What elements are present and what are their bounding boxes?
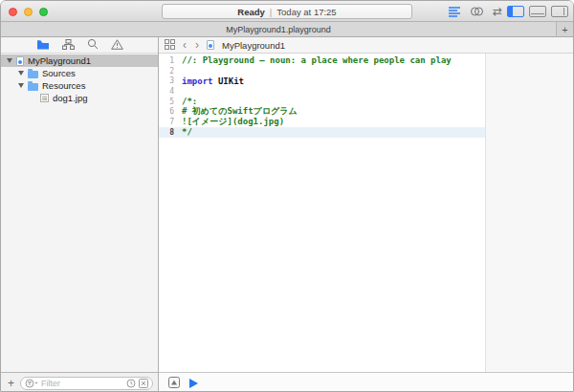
related-items-icon[interactable] (165, 39, 175, 52)
code-editor[interactable]: 1//: Playground — noun: a place where pe… (159, 54, 485, 372)
line-number: 6 (159, 107, 174, 116)
tab-bar: MyPlayground1.playground + (1, 22, 573, 37)
line-number: 8 (159, 128, 174, 137)
code-line[interactable]: 1//: Playground — noun: a place where pe… (159, 55, 485, 66)
tab-myplayground[interactable]: MyPlayground1.playground (1, 22, 557, 36)
code-text: */ (174, 127, 192, 137)
tree-item-label: Sources (42, 68, 76, 78)
tree-item-myplayground1[interactable]: MyPlayground1 (1, 54, 158, 67)
status-text: Ready (237, 7, 265, 17)
line-number: 2 (159, 67, 174, 76)
tree-item-resources[interactable]: Resources (1, 79, 158, 92)
run-playground-button[interactable] (189, 379, 198, 388)
navigator-bar (1, 37, 158, 54)
forward-chevron-icon[interactable]: › (194, 40, 200, 50)
filter-field[interactable]: Filter (20, 377, 153, 390)
zoom-window-button[interactable] (39, 8, 48, 16)
disclosure-triangle[interactable] (18, 71, 24, 76)
xcode-window: Ready | Today at 17:25 ⇄ MyPlaygroun (0, 0, 574, 392)
main-content: MyPlayground1SourcesResourcesdog1.jpg ‹ … (1, 37, 573, 372)
tree-item-label: MyPlayground1 (28, 55, 91, 66)
close-window-button[interactable] (9, 8, 17, 16)
search-icon[interactable] (87, 36, 99, 54)
back-chevron-icon[interactable]: ‹ (182, 40, 188, 50)
code-editor-wrap: 1//: Playground — noun: a place where pe… (159, 54, 573, 372)
tab-title: MyPlayground1.playground (226, 25, 331, 34)
tree-item-dog1-jpg[interactable]: dog1.jpg (1, 92, 158, 104)
add-file-button[interactable]: + (6, 378, 16, 389)
jumpbar-file-label: MyPlayground1 (222, 40, 285, 51)
code-text: //: Playground — noun: a place where peo… (174, 55, 452, 65)
status-time: Today at 17:25 (276, 7, 336, 17)
line-number: 7 (159, 118, 174, 126)
playground-file-icon (207, 40, 214, 50)
debug-area-toggle-icon[interactable] (529, 6, 546, 17)
line-number: 4 (159, 87, 174, 96)
jump-bar: ‹ › MyPlayground1 (159, 37, 573, 54)
line-number: 5 (159, 98, 174, 106)
filter-funnel-icon (25, 375, 38, 392)
recent-files-clock-icon[interactable] (126, 375, 136, 392)
disclosure-triangle[interactable] (7, 58, 12, 63)
disclosure-triangle[interactable] (18, 83, 24, 88)
folder-icon (28, 71, 38, 78)
image-icon (40, 94, 49, 102)
code-text: import UIKit (174, 76, 244, 86)
jumpbar-file-item[interactable]: MyPlayground1 (207, 40, 285, 51)
code-line[interactable]: 8*/ (159, 127, 485, 138)
tree-item-label: dog1.jpg (53, 93, 87, 103)
minimize-window-button[interactable] (24, 8, 33, 16)
file-tree: MyPlayground1SourcesResourcesdog1.jpg (1, 54, 158, 372)
editor-area: ‹ › MyPlayground1 1//: Playground — noun… (159, 37, 573, 372)
bottom-bar: + Filter (1, 372, 573, 392)
panel-toggle-buttons (507, 6, 568, 17)
tree-item-label: Resources (42, 80, 85, 91)
status-separator: | (270, 7, 272, 17)
line-number: 3 (159, 76, 174, 85)
code-line[interactable]: 2 (159, 66, 485, 76)
version-editor-icon[interactable]: ⇄ (493, 6, 502, 17)
tree-item-sources[interactable]: Sources (1, 67, 158, 79)
code-text: ![イメージ](dog1.jpg) (174, 116, 284, 128)
issues-warning-icon[interactable] (111, 36, 123, 54)
window-controls (9, 8, 48, 16)
standard-editor-icon[interactable] (448, 6, 461, 17)
inspector-toggle-icon[interactable] (551, 6, 568, 17)
debug-bar (159, 372, 573, 392)
navigator-sidebar: MyPlayground1SourcesResourcesdog1.jpg (1, 37, 159, 372)
editor-mode-buttons: ⇄ (448, 5, 502, 18)
add-tab-button[interactable]: + (557, 22, 573, 36)
toolbar: Ready | Today at 17:25 ⇄ (1, 1, 573, 22)
folder-icon (28, 83, 38, 91)
navigator-toggle-icon[interactable] (507, 6, 524, 17)
toggle-debug-area-icon[interactable] (168, 375, 180, 392)
activity-viewer: Ready | Today at 17:25 (162, 4, 412, 19)
code-line[interactable]: 4 (159, 86, 485, 97)
code-line[interactable]: 7![イメージ](dog1.jpg) (159, 117, 485, 127)
scm-status-filter-icon[interactable] (139, 375, 148, 392)
assistant-editor-icon[interactable] (470, 6, 484, 17)
project-navigator-icon[interactable] (36, 36, 50, 54)
line-number: 1 (159, 56, 174, 65)
filter-placeholder: Filter (41, 379, 123, 388)
symbol-navigator-icon[interactable] (62, 36, 75, 54)
playground-icon (16, 56, 24, 66)
playground-results-sidebar (485, 54, 573, 372)
navigator-filter-bar: + Filter (1, 372, 159, 392)
code-line[interactable]: 3import UIKit (159, 76, 485, 86)
